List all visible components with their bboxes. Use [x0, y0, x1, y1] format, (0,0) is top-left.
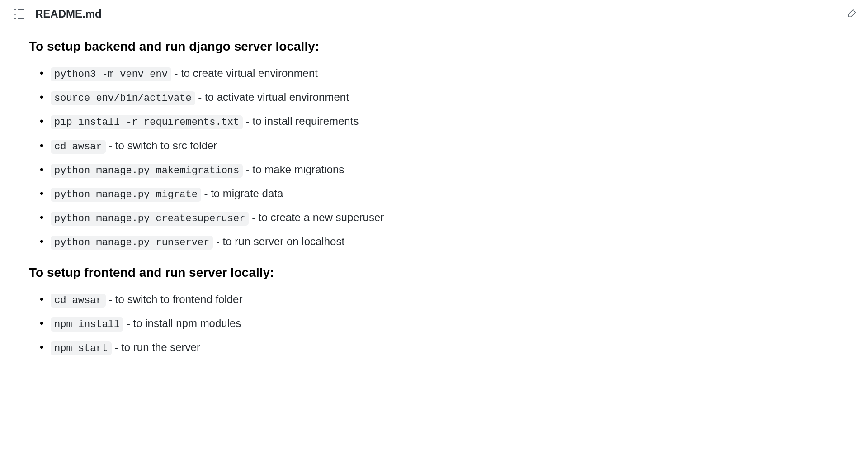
code-snippet: npm start — [51, 341, 112, 355]
step-description: - to run the server — [112, 341, 200, 353]
code-snippet: python3 -m venv env — [51, 67, 171, 81]
list-item: python3 -m venv env - to create virtual … — [40, 65, 839, 82]
step-description: - to run server on localhost — [213, 235, 344, 247]
code-snippet: npm install — [51, 317, 123, 332]
list-item: python manage.py migrate - to migrate da… — [40, 185, 839, 203]
header-left: README.md — [14, 8, 102, 20]
list-item: python manage.py makemigrations - to mak… — [40, 161, 839, 179]
readme-content: To setup backend and run django server l… — [0, 28, 868, 382]
backend-steps: python3 -m venv env - to create virtual … — [29, 65, 839, 251]
list-item: npm install - to install npm modules — [40, 315, 839, 332]
step-description: - to switch to frontend folder — [106, 293, 243, 305]
code-snippet: cd awsar — [51, 294, 106, 308]
code-snippet: cd awsar — [51, 140, 106, 154]
list-item: pip install -r requirements.txt - to ins… — [40, 113, 839, 130]
step-description: - to install npm modules — [123, 317, 241, 329]
section-heading: To setup frontend and run server locally… — [29, 265, 839, 280]
step-description: - to create a new superuser — [249, 211, 384, 223]
code-snippet: python manage.py migrate — [51, 188, 201, 202]
code-snippet: python manage.py makemigrations — [51, 164, 243, 178]
frontend-steps: cd awsar - to switch to frontend folder … — [29, 291, 839, 357]
step-description: - to create virtual environment — [171, 67, 318, 79]
step-description: - to install requirements — [243, 115, 359, 127]
step-description: - to switch to src folder — [106, 139, 217, 152]
list-item: python manage.py createsuperuser - to cr… — [40, 209, 839, 227]
toc-icon[interactable] — [14, 9, 24, 19]
code-snippet: python manage.py createsuperuser — [51, 212, 249, 226]
code-snippet: python manage.py runserver — [51, 236, 213, 250]
list-item: cd awsar - to switch to src folder — [40, 137, 839, 155]
filename: README.md — [35, 8, 102, 20]
code-snippet: source env/bin/activate — [51, 91, 195, 105]
edit-icon[interactable] — [845, 6, 859, 22]
readme-header: README.md — [0, 0, 868, 28]
step-description: - to activate virtual environment — [195, 91, 349, 103]
list-item: python manage.py runserver - to run serv… — [40, 233, 839, 251]
list-item: cd awsar - to switch to frontend folder — [40, 291, 839, 308]
code-snippet: pip install -r requirements.txt — [51, 115, 243, 129]
list-item: npm start - to run the server — [40, 339, 839, 356]
section-heading: To setup backend and run django server l… — [29, 39, 839, 54]
list-item: source env/bin/activate - to activate vi… — [40, 89, 839, 106]
step-description: - to make migrations — [243, 163, 344, 175]
step-description: - to migrate data — [201, 187, 283, 199]
